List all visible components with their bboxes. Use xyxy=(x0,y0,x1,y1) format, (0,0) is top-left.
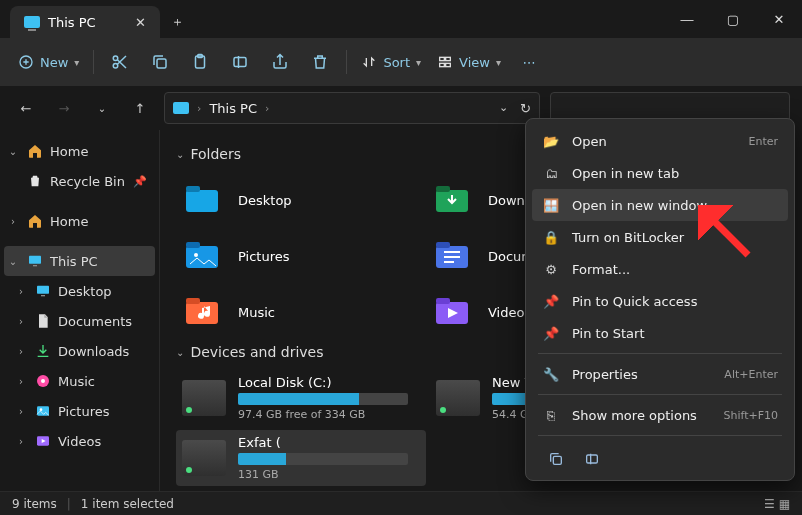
sidebar-home[interactable]: ⌄ Home xyxy=(0,136,159,166)
view-button[interactable]: View ▾ xyxy=(431,46,507,78)
svg-rect-30 xyxy=(444,256,460,258)
rename-icon xyxy=(231,53,249,71)
folder-label: Pictures xyxy=(238,249,289,264)
status-selected: 1 item selected xyxy=(81,497,174,511)
more-icon: ⎘ xyxy=(542,408,560,423)
ctx-pin-to-quick-access[interactable]: 📌 Pin to Quick access xyxy=(532,285,788,317)
folder-icon xyxy=(430,234,474,278)
chevron-right-icon[interactable]: › xyxy=(14,286,28,297)
sidebar-thispc[interactable]: ⌄ This PC xyxy=(4,246,155,276)
sidebar-recycle[interactable]: Recycle Bin 📌 xyxy=(0,166,159,196)
sidebar-item-pictures[interactable]: › Pictures xyxy=(0,396,159,426)
drive-name: Local Disk (C:) xyxy=(238,375,408,390)
new-button[interactable]: New ▾ xyxy=(12,46,85,78)
close-button[interactable]: ✕ xyxy=(756,0,802,38)
refresh-button[interactable]: ↻ xyxy=(520,101,531,116)
minimize-button[interactable]: ― xyxy=(664,0,710,38)
home-icon xyxy=(26,212,44,230)
chevron-down-icon: ▾ xyxy=(496,57,501,68)
ctx-properties[interactable]: 🔧 Properties Alt+Enter xyxy=(532,358,788,390)
svg-rect-8 xyxy=(446,57,451,60)
sidebar-label: Downloads xyxy=(58,344,129,359)
drive-icon xyxy=(182,440,226,476)
breadcrumb[interactable]: This PC xyxy=(209,101,257,116)
sidebar-item-documents[interactable]: › Documents xyxy=(0,306,159,336)
ctx-open[interactable]: 📂 Open Enter xyxy=(532,125,788,157)
svg-rect-24 xyxy=(186,246,218,268)
sidebar-label: Documents xyxy=(58,314,132,329)
folder-music[interactable]: Music xyxy=(176,284,426,340)
forward-button[interactable]: → xyxy=(50,94,78,122)
ctx-format-[interactable]: ⚙ Format... xyxy=(532,253,788,285)
close-tab-icon[interactable]: ✕ xyxy=(135,15,146,30)
new-tab-button[interactable]: ＋ xyxy=(160,6,194,38)
ctx-rename-button[interactable] xyxy=(578,446,606,472)
monitor-icon xyxy=(26,252,44,270)
home-icon xyxy=(26,142,44,160)
documents-icon xyxy=(34,312,52,330)
paste-button[interactable] xyxy=(182,46,218,78)
ctx-open-in-new-window[interactable]: 🪟 Open in new window xyxy=(532,189,788,221)
chevron-down-icon[interactable]: ⌄ xyxy=(6,256,20,267)
sidebar-item-music[interactable]: › Music xyxy=(0,366,159,396)
drive-item[interactable]: Exfat ( 131 GB xyxy=(176,430,426,486)
monitor-icon xyxy=(173,102,189,114)
svg-rect-12 xyxy=(33,265,37,266)
ctx-pin-to-start[interactable]: 📌 Pin to Start xyxy=(532,317,788,349)
ellipsis-icon: ⋯ xyxy=(522,55,535,70)
folder-desktop[interactable]: Desktop xyxy=(176,172,426,228)
share-button[interactable] xyxy=(262,46,298,78)
sort-button[interactable]: Sort ▾ xyxy=(355,46,427,78)
chevron-right-icon[interactable]: › xyxy=(6,216,20,227)
address-bar[interactable]: › This PC › ⌄ ↻ xyxy=(164,92,540,124)
svg-rect-25 xyxy=(186,242,200,248)
drive-item[interactable]: Local Disk (C:) 97.4 GB free of 334 GB xyxy=(176,370,426,426)
chevron-down-icon[interactable]: ⌄ xyxy=(6,146,20,157)
view-switcher: ☰ ▦ xyxy=(764,497,790,511)
svg-rect-11 xyxy=(29,256,41,264)
cut-button[interactable] xyxy=(102,46,138,78)
ctx-shortcut: Alt+Enter xyxy=(724,368,778,381)
sidebar-item-videos[interactable]: › Videos xyxy=(0,426,159,456)
recent-button[interactable]: ⌄ xyxy=(88,94,116,122)
history-dropdown-icon[interactable]: ⌄ xyxy=(499,101,508,116)
share-icon xyxy=(271,53,289,71)
chevron-right-icon[interactable]: › xyxy=(14,436,28,447)
copy-icon xyxy=(548,451,564,467)
rename-button[interactable] xyxy=(222,46,258,78)
sidebar-home2[interactable]: › Home xyxy=(0,206,159,236)
folder-pictures[interactable]: Pictures xyxy=(176,228,426,284)
ctx-copy-button[interactable] xyxy=(542,446,570,472)
ctx-turn-on-bitlocker[interactable]: 🔒 Turn on BitLocker xyxy=(532,221,788,253)
pin-icon: 📌 xyxy=(133,175,147,188)
chevron-right-icon[interactable]: › xyxy=(14,376,28,387)
svg-rect-9 xyxy=(440,63,445,66)
more-button[interactable]: ⋯ xyxy=(511,46,547,78)
recycle-bin-icon xyxy=(26,172,44,190)
sidebar-item-downloads[interactable]: › Downloads xyxy=(0,336,159,366)
details-view-icon[interactable]: ☰ xyxy=(764,497,775,511)
svg-point-1 xyxy=(114,56,119,61)
tiles-view-icon[interactable]: ▦ xyxy=(779,497,790,511)
chevron-right-icon[interactable]: › xyxy=(14,316,28,327)
sidebar: ⌄ Home Recycle Bin 📌 › Home ⌄ This PC › … xyxy=(0,130,160,491)
svg-rect-31 xyxy=(444,261,454,263)
sort-label: Sort xyxy=(383,55,410,70)
up-button[interactable]: ↑ xyxy=(126,94,154,122)
monitor-icon xyxy=(24,16,40,28)
sidebar-label: This PC xyxy=(50,254,98,269)
tab-thispc[interactable]: This PC ✕ xyxy=(10,6,160,38)
svg-point-18 xyxy=(40,408,43,411)
chevron-right-icon[interactable]: › xyxy=(14,346,28,357)
delete-button[interactable] xyxy=(302,46,338,78)
window-controls: ― ▢ ✕ xyxy=(664,0,802,38)
format-icon: ⚙ xyxy=(542,262,560,277)
copy-button[interactable] xyxy=(142,46,178,78)
sidebar-item-desktop[interactable]: › Desktop xyxy=(0,276,159,306)
back-button[interactable]: ← xyxy=(12,94,40,122)
ctx-open-in-new-tab[interactable]: 🗂 Open in new tab xyxy=(532,157,788,189)
maximize-button[interactable]: ▢ xyxy=(710,0,756,38)
chevron-right-icon[interactable]: › xyxy=(14,406,28,417)
ctx-show-more-options[interactable]: ⎘ Show more options Shift+F10 xyxy=(532,399,788,431)
videos-icon xyxy=(34,432,52,450)
